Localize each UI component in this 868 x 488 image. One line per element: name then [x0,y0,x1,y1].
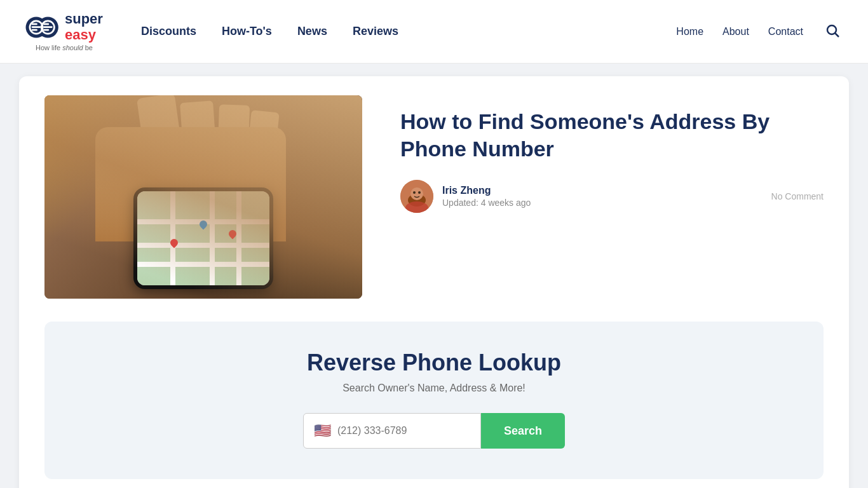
svg-line-11 [836,34,839,37]
main-nav: Discounts How-To's News Reviews [141,25,398,38]
svg-point-14 [410,187,423,200]
logo-icon [25,13,61,41]
logo-super: super [65,11,103,27]
header-left: super easy How life should be Discounts … [25,11,398,51]
nav-discounts[interactable]: Discounts [141,25,196,38]
nav-home[interactable]: Home [676,26,703,37]
nav-news[interactable]: News [297,25,327,38]
search-toggle-button[interactable] [822,20,843,43]
lookup-title: Reverse Phone Lookup [70,349,798,376]
svg-rect-5 [32,23,37,25]
svg-rect-4 [32,26,41,28]
svg-rect-9 [43,29,49,30]
svg-point-10 [827,25,836,34]
author-avatar [400,180,433,213]
article-meta: How to Find Someone's Address By Phone N… [400,95,824,213]
svg-rect-6 [32,29,37,30]
image-canvas [44,95,362,299]
nav-reviews[interactable]: Reviews [353,25,398,38]
site-header: super easy How life should be Discounts … [0,0,868,64]
author-updated: Updated: 4 weeks ago [442,198,531,208]
svg-point-17 [418,191,421,194]
nav-howtos[interactable]: How-To's [222,25,272,38]
logo-text: super easy [65,11,103,42]
nav-contact[interactable]: Contact [768,26,803,37]
search-button[interactable]: Search [481,413,565,449]
logo-tagline: How life should be [36,44,93,51]
lookup-widget: Reverse Phone Lookup Search Owner's Name… [44,322,824,479]
svg-point-16 [413,191,416,194]
author-row: Iris Zheng Updated: 4 weeks ago No Comme… [400,180,824,213]
logo-top: super easy [25,11,103,42]
flag-us-icon: 🇺🇸 [314,424,331,438]
nav-about[interactable]: About [722,26,749,37]
site-logo[interactable]: super easy How life should be [25,11,103,51]
search-icon [825,23,840,38]
lookup-form: 🇺🇸 Search [70,413,798,449]
no-comment-label: No Comment [771,191,824,201]
logo-easy: easy [65,27,103,43]
article-card: How to Find Someone's Address By Phone N… [19,76,849,488]
avatar-image [400,180,433,213]
lookup-subtitle: Search Owner's Name, Address & More! [70,383,798,394]
svg-rect-7 [43,26,53,28]
author-info: Iris Zheng Updated: 4 weeks ago [442,185,531,208]
phone-input-wrapper: 🇺🇸 [303,413,481,449]
article-hero-image [44,95,362,299]
hand-overlay [44,95,362,299]
svg-rect-8 [43,23,49,25]
author-name: Iris Zheng [442,185,531,196]
phone-number-input[interactable] [337,425,470,437]
article-top: How to Find Someone's Address By Phone N… [44,95,824,299]
article-title: How to Find Someone's Address By Phone N… [400,108,824,162]
main-content: How to Find Someone's Address By Phone N… [0,64,868,488]
header-right: Home About Contact [676,20,843,43]
